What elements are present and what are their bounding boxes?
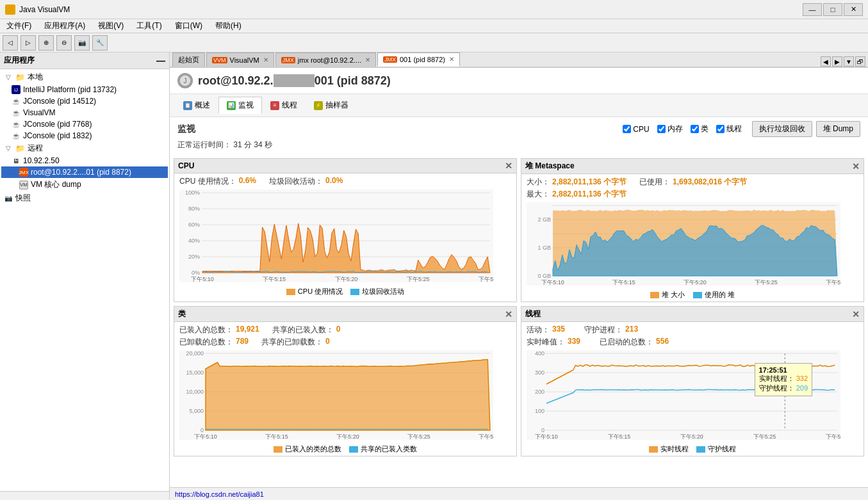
coffee-icon-2: ☕ — [12, 108, 20, 117]
class-checkbox[interactable] — [691, 125, 699, 133]
toolbar-btn-5[interactable]: 📷 — [74, 35, 90, 51]
toolbar-btn-3[interactable]: ⊕ — [38, 35, 54, 51]
cpu-checkbox[interactable] — [623, 125, 631, 133]
menu-tools[interactable]: 工具(T) — [133, 19, 165, 33]
sidebar-item-vvm[interactable]: ☕ VisualVM — [1, 107, 168, 118]
expand-icon: ▽ — [4, 73, 13, 82]
sidebar-item-ij[interactable]: IJ IntelliJ Platform (pid 13732) — [1, 84, 168, 95]
toolbar-btn-4[interactable]: ⊖ — [56, 35, 72, 51]
ij-label: IntelliJ Platform (pid 13732) — [23, 85, 117, 94]
sidebar-item-jc2[interactable]: ☕ JConsole (pid 7768) — [1, 118, 168, 130]
heap-dump-button[interactable]: 堆 Dump — [816, 121, 860, 137]
sidebar-scrollbar-h[interactable] — [0, 491, 169, 500]
heap-max-label: 最大： — [527, 189, 550, 200]
menu-file[interactable]: 文件(F) — [3, 19, 35, 33]
vm-icon: VM — [19, 181, 28, 190]
sidebar-item-host[interactable]: 🖥 10.92.2.50 — [1, 155, 168, 166]
tab-main-label: 001 (pid 8872) — [400, 56, 445, 63]
tab-visualvm-label: VisualVM — [230, 56, 259, 64]
toolbar-btn-6[interactable]: 🔧 — [92, 35, 108, 51]
remote-folder-icon: 📁 — [15, 144, 25, 153]
tab-jmx[interactable]: JMX jmx root@10.92.2.... ✕ — [275, 52, 376, 67]
cpu-panel-close[interactable]: ✕ — [505, 161, 512, 171]
toolbar-btn-2[interactable]: ▷ — [20, 35, 36, 51]
heap-legend-item-1: 堆 大小 — [650, 290, 685, 300]
tab-nav-restore[interactable]: 🗗 — [855, 56, 865, 67]
sidebar-title: 应用程序 — [4, 55, 35, 66]
class-stats: 已装入的总数： 19,921 共享的已装入数： 0 已卸载的总数： — [174, 322, 516, 350]
maximize-button[interactable]: □ — [823, 3, 842, 16]
sidebar-item-jc1[interactable]: ☕ JConsole (pid 14512) — [1, 95, 168, 107]
class-checkbox-label: 类 — [701, 124, 708, 134]
sidebar-item-local[interactable]: ▽ 📁 本地 — [1, 70, 168, 84]
coffee-icon-3: ☕ — [12, 120, 20, 129]
charts-grid: CPU ✕ CPU 使用情况： 0.6% 垃圾回收活动： 0.0% — [170, 158, 868, 460]
thread-peak-label: 实时峰值： — [527, 337, 565, 348]
tab-nav-right[interactable]: ▶ — [832, 56, 842, 67]
heap-used-value: 1,693,082,016 个字节 — [673, 177, 747, 188]
sidebar-item-jc3[interactable]: ☕ JConsole (pid 1832) — [1, 130, 168, 141]
tab-jmx-close[interactable]: ✕ — [365, 56, 370, 63]
cpu-panel-title: CPU — [178, 161, 194, 170]
process-header: J root@10.92.2.____001 (pid 8872) — [170, 68, 868, 94]
sidebar-tree: ▽ 📁 本地 IJ IntelliJ Platform (pid 13732) … — [0, 69, 169, 491]
heap-max-stat: 最大： 2,882,011,136 个字节 — [527, 189, 626, 200]
sidebar-item-snapshots[interactable]: 📷 快照 — [1, 191, 168, 205]
cpu-legend-label-2: 垃圾回收活动 — [362, 287, 404, 296]
class-chart — [179, 350, 493, 440]
tab-main-close[interactable]: ✕ — [449, 56, 454, 63]
cpu-legend: CPU 使用情况 垃圾回收活动 — [174, 285, 516, 298]
cpu-chart — [179, 190, 493, 282]
cpu-gc-value: 0.0% — [325, 176, 343, 187]
menu-app[interactable]: 应用程序(A) — [40, 19, 89, 33]
close-button[interactable]: ✕ — [844, 3, 863, 16]
class-legend-color-2 — [349, 446, 358, 453]
tab-start[interactable]: 起始页 — [172, 52, 205, 67]
class-chart-container — [174, 350, 516, 442]
toolbar: ◁ ▷ ⊕ ⊖ 📷 🔧 — [0, 33, 868, 52]
cpu-stats: CPU 使用情况： 0.6% 垃圾回收活动： 0.0% — [174, 173, 516, 190]
heap-legend-color-2 — [693, 292, 702, 298]
sidebar-item-vm-core[interactable]: VM VM 核心 dump — [1, 178, 168, 191]
tab-main[interactable]: JMX 001 (pid 8872) ✕ — [377, 52, 460, 67]
sub-tab-threads[interactable]: ≡ 线程 — [262, 97, 306, 114]
tab-nav-down[interactable]: ▼ — [844, 56, 854, 67]
sub-tab-overview[interactable]: 📋 概述 — [175, 97, 218, 114]
minimize-button[interactable]: — — [803, 3, 822, 16]
tab-visualvm-close[interactable]: ✕ — [263, 56, 268, 63]
thread-active-stat: 活动： 335 — [527, 325, 565, 335]
tab-nav-left[interactable]: ◀ — [821, 56, 831, 67]
class-panel-close[interactable]: ✕ — [505, 309, 512, 319]
tab-visualvm[interactable]: VVM VisualVM ✕ — [206, 52, 274, 67]
heap-legend-label-2: 使用的 堆 — [705, 290, 735, 300]
sidebar-header: 应用程序 — — [0, 52, 169, 69]
class-unloaded-stat: 已卸载的总数： 789 — [179, 337, 249, 348]
heap-stats: 大小： 2,882,011,136 个字节 已使用： 1,693,082,016… — [521, 174, 864, 202]
sub-tab-sampler[interactable]: ⚡ 抽样器 — [306, 97, 357, 114]
menu-view[interactable]: 视图(V) — [94, 19, 127, 33]
class-unloaded-label: 已卸载的总数： — [179, 337, 233, 348]
sidebar-minimize-btn[interactable]: — — [156, 56, 165, 66]
menu-help[interactable]: 帮助(H) — [211, 19, 245, 33]
cpu-legend-color-1 — [286, 289, 295, 295]
cpu-legend-label-1: CPU 使用情况 — [298, 287, 343, 296]
cpu-gc-stat: 垃圾回收活动： 0.0% — [269, 176, 343, 187]
sidebar: 应用程序 — ▽ 📁 本地 IJ IntelliJ Platform (pid … — [0, 52, 170, 500]
mem-checkbox[interactable] — [657, 125, 666, 133]
sampler-icon: ⚡ — [314, 101, 323, 110]
gc-button[interactable]: 执行垃圾回收 — [752, 121, 812, 137]
class-legend: 已装入的类的总数 共享的已装入类数 — [174, 442, 516, 456]
heap-size-label: 大小： — [527, 177, 550, 188]
sub-tab-monitor[interactable]: 📊 监视 — [218, 97, 262, 114]
thread-checkbox[interactable] — [716, 125, 725, 133]
sidebar-item-jmx-proc[interactable]: JMX root@10.92.2....01 (pid 8872) — [1, 166, 168, 178]
content-area: 起始页 VVM VisualVM ✕ JMX jmx root@10.92.2.… — [170, 52, 868, 500]
thread-legend-item-2: 守护线程 — [696, 444, 736, 454]
menu-window[interactable]: 窗口(W) — [171, 19, 206, 33]
toolbar-btn-1[interactable]: ◁ — [3, 35, 18, 51]
heap-panel-close[interactable]: ✕ — [852, 161, 860, 172]
thread-panel-close[interactable]: ✕ — [852, 309, 860, 319]
tab-jmx-icon: JMX — [281, 57, 295, 63]
sidebar-item-remote[interactable]: ▽ 📁 远程 — [1, 141, 168, 155]
tab-jmx-label: jmx root@10.92.2.... — [298, 56, 361, 64]
